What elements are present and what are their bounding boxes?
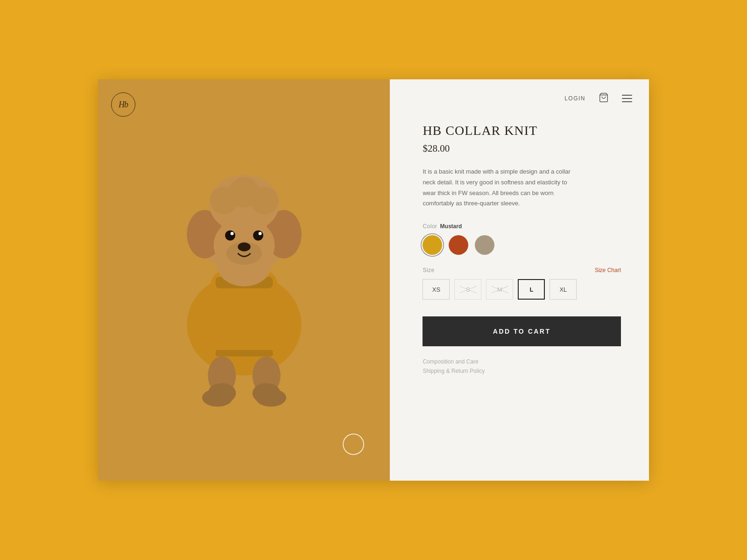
product-description: It is a basic knit made with a simple de…	[423, 167, 581, 209]
login-button[interactable]: LOGIN	[564, 95, 585, 102]
logo-text: Hb	[119, 100, 128, 110]
add-to-cart-button[interactable]: ADD TO CART	[423, 316, 621, 346]
product-price: $28.00	[423, 143, 621, 154]
footer-links: Composition and Care Shipping & Return P…	[423, 358, 621, 374]
hamburger-line-2	[622, 98, 632, 99]
svg-point-24	[255, 389, 286, 406]
hamburger-line-1	[622, 95, 632, 96]
cart-button[interactable]	[599, 92, 609, 105]
color-value: Mustard	[440, 223, 462, 230]
left-panel: Hb	[98, 79, 390, 481]
right-header: LOGIN	[390, 79, 649, 114]
size-label: Size	[423, 267, 434, 273]
color-swatches	[423, 235, 621, 255]
color-swatch-taupe[interactable]	[475, 235, 494, 255]
size-btn-l[interactable]: L	[518, 279, 545, 300]
right-panel: LOGIN HB COLLAR KNIT $28.00 It is a basi…	[390, 79, 649, 481]
color-section: Color Mustard	[423, 223, 621, 255]
shipping-return-link[interactable]: Shipping & Return Policy	[423, 368, 621, 374]
svg-point-21	[230, 232, 233, 235]
size-chart-link[interactable]: Size Chart	[595, 267, 621, 273]
size-header-row: Size Size Chart	[423, 267, 621, 273]
composition-care-link[interactable]: Composition and Care	[423, 358, 621, 365]
color-label-row: Color Mustard	[423, 223, 621, 230]
svg-point-15	[250, 187, 278, 215]
size-btn-m[interactable]: M	[486, 279, 513, 300]
size-btn-xl[interactable]: XL	[550, 279, 577, 300]
size-options: XS S M L XL	[423, 279, 621, 300]
size-btn-xs[interactable]: XS	[423, 279, 450, 300]
size-btn-s[interactable]: S	[454, 279, 481, 300]
color-swatch-rust[interactable]	[449, 235, 468, 255]
product-image	[98, 79, 390, 481]
shopping-bag-icon	[599, 92, 609, 103]
svg-point-23	[202, 389, 233, 406]
product-title: HB COLLAR KNIT	[423, 123, 621, 138]
svg-point-22	[258, 232, 261, 235]
color-label: Color	[423, 223, 437, 230]
product-page: Hb	[98, 79, 649, 481]
svg-point-18	[238, 243, 250, 252]
color-swatch-mustard[interactable]	[423, 235, 442, 255]
product-content: HB COLLAR KNIT $28.00 It is a basic knit…	[390, 114, 649, 481]
svg-rect-3	[215, 350, 273, 357]
hamburger-line-3	[622, 101, 632, 102]
size-section: Size Size Chart XS S M L XL	[423, 267, 621, 300]
brand-logo[interactable]: Hb	[111, 92, 135, 117]
menu-button[interactable]	[622, 95, 632, 102]
svg-point-19	[225, 231, 235, 241]
svg-point-20	[253, 231, 263, 241]
dog-svg	[146, 140, 342, 420]
